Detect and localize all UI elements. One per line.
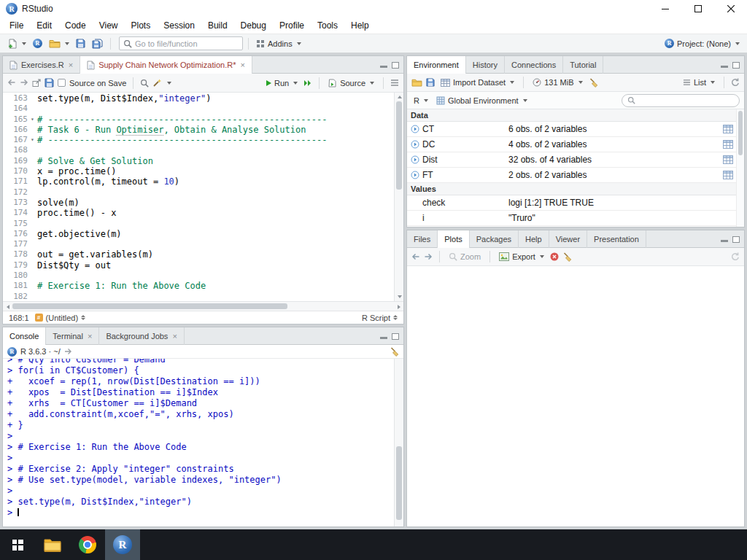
tab-close-icon[interactable]: × [69, 61, 73, 69]
editor-line[interactable]: 172 [3, 187, 394, 198]
menu-edit[interactable]: Edit [30, 18, 58, 33]
editor-line[interactable]: 168 [3, 145, 394, 155]
scroll-thumb[interactable] [738, 111, 743, 155]
menu-help[interactable]: Help [344, 18, 376, 33]
import-dataset-button[interactable]: Import Dataset [438, 77, 516, 88]
env-row[interactable]: checklogi [1:2] TRUE TRUE [407, 195, 744, 211]
table-view-icon[interactable] [723, 155, 733, 164]
editor-line[interactable]: 174proc.time() - x [3, 208, 394, 218]
editor-line[interactable]: 178out = get.variables(m) [3, 249, 394, 260]
tab-background-jobs[interactable]: Background Jobs× [99, 327, 184, 345]
pane-minimize-icon[interactable] [380, 66, 387, 68]
tab-help[interactable]: Help [519, 230, 549, 248]
new-project-button[interactable] [31, 37, 44, 50]
code-editor[interactable]: 163set.type(m, Dist$Index,"integer")1641… [3, 93, 403, 301]
new-file-button[interactable] [5, 37, 28, 50]
editor-line[interactable]: 173solve(m) [3, 198, 394, 208]
tab-plots[interactable]: Plots [438, 230, 469, 248]
back-icon[interactable] [411, 253, 420, 261]
language-selector[interactable]: R [411, 95, 430, 106]
source-button[interactable]: Source [326, 77, 376, 89]
clear-console-icon[interactable] [390, 347, 399, 357]
pane-maximize-icon[interactable] [392, 333, 399, 340]
refresh-environment-icon[interactable] [731, 78, 740, 87]
editor-line[interactable]: 163set.type(m, Dist$Index,"integer") [3, 93, 394, 104]
tab-close-icon[interactable]: × [240, 61, 244, 69]
environment-scrollbar[interactable] [736, 109, 744, 227]
save-icon[interactable] [44, 78, 54, 88]
menu-file[interactable]: File [3, 18, 30, 33]
tab-connections[interactable]: Connections [505, 56, 563, 74]
menu-debug[interactable]: Debug [234, 18, 273, 33]
scroll-thumb[interactable] [396, 101, 402, 190]
environment-search[interactable] [622, 94, 740, 107]
editor-line[interactable]: 171lp.control(m, timeout = 10) [3, 176, 394, 187]
open-file-button[interactable] [47, 37, 71, 50]
editor-line[interactable]: 181# Exercise 1: Run the Above Code [3, 281, 394, 291]
table-view-icon[interactable] [723, 171, 733, 179]
zoom-button[interactable]: Zoom [446, 251, 483, 262]
load-workspace-icon[interactable] [411, 78, 422, 87]
project-selector[interactable]: Project: (None) [662, 37, 742, 50]
forward-icon[interactable] [20, 79, 28, 87]
fold-toggle-icon[interactable]: ▾ [28, 135, 37, 145]
taskbar-chrome[interactable] [70, 529, 105, 560]
menu-session[interactable]: Session [157, 18, 201, 33]
source-tab[interactable]: Supply Chain Network Optimization.R*× [80, 56, 252, 74]
remove-plot-icon[interactable] [550, 252, 559, 261]
goto-file-input[interactable] [135, 39, 239, 48]
document-outline-icon[interactable] [390, 79, 399, 87]
console-scrollbar[interactable] [394, 359, 403, 526]
fold-toggle-icon[interactable]: ▾ [28, 114, 37, 125]
section-selector[interactable]: (Untitled) [35, 314, 86, 322]
scroll-down-button[interactable] [395, 292, 403, 301]
source-tab[interactable]: Exercises.R× [3, 56, 80, 74]
clear-all-plots-icon[interactable] [562, 252, 572, 262]
tab-terminal[interactable]: Terminal× [46, 327, 99, 345]
tab-close-icon[interactable]: × [172, 332, 177, 341]
menu-plots[interactable]: Plots [125, 18, 158, 33]
run-button[interactable]: Run [264, 77, 300, 89]
global-environment-selector[interactable]: Global Environment [434, 95, 530, 106]
pane-minimize-icon[interactable] [721, 240, 728, 242]
save-workspace-icon[interactable] [426, 78, 435, 87]
editor-line[interactable]: 177 [3, 239, 394, 249]
back-icon[interactable] [7, 79, 16, 87]
save-button[interactable] [74, 37, 88, 50]
save-all-button[interactable] [90, 37, 105, 50]
editor-line[interactable]: 176get.objective(m) [3, 229, 394, 239]
addins-button[interactable]: Addins [254, 38, 303, 50]
pane-minimize-icon[interactable] [721, 66, 728, 68]
list-view-button[interactable]: List [681, 77, 717, 88]
editor-line[interactable]: 165▾# ----------------------------------… [3, 114, 394, 125]
popout-icon[interactable] [32, 79, 41, 88]
editor-line[interactable]: 169# Solve & Get Solution [3, 156, 394, 166]
env-row[interactable]: CT6 obs. of 2 variables [407, 122, 744, 137]
rerun-icon[interactable] [303, 79, 312, 87]
env-row[interactable]: FT2 obs. of 2 variables [407, 168, 744, 183]
environment-search-input[interactable] [638, 96, 734, 105]
menu-profile[interactable]: Profile [273, 18, 311, 33]
memory-usage-button[interactable]: 131 MiB [530, 77, 584, 88]
source-on-save-checkbox[interactable] [58, 79, 66, 87]
console-popout-icon[interactable] [64, 348, 72, 355]
taskbar-rstudio[interactable] [105, 529, 140, 560]
editor-line[interactable]: 170x = proc.time() [3, 166, 394, 176]
editor-line[interactable]: 179Dist$Qty = out [3, 260, 394, 271]
editor-hscrollbar[interactable] [3, 301, 403, 311]
goto-file-box[interactable] [119, 36, 243, 50]
start-button[interactable] [0, 529, 35, 560]
env-row[interactable]: i"Truro" [407, 211, 744, 226]
find-replace-icon[interactable] [140, 79, 149, 88]
editor-line[interactable]: 180 [3, 271, 394, 281]
scroll-track[interactable] [395, 101, 403, 292]
tab-files[interactable]: Files [407, 230, 438, 248]
tab-close-icon[interactable]: × [88, 332, 92, 341]
file-type-selector[interactable]: R Script [362, 314, 398, 322]
code-tools-wand-icon[interactable] [152, 78, 162, 88]
menu-tools[interactable]: Tools [311, 18, 344, 33]
tab-presentation[interactable]: Presentation [587, 230, 646, 248]
taskbar-file-explorer[interactable] [35, 529, 70, 560]
editor-line[interactable]: 175 [3, 219, 394, 229]
maximize-button[interactable] [681, 0, 714, 18]
